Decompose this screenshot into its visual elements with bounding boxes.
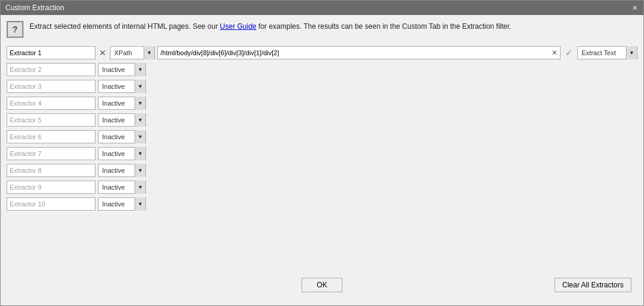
extractor-1-xpath-wrapper: ✕ — [157, 46, 560, 59]
extractor-1-extract-type-label: Extract Text — [578, 49, 626, 56]
extractor-5-name-input[interactable] — [7, 113, 96, 127]
extractor-8-status-label: Inactive — [99, 167, 135, 174]
extractor-4-status-label: Inactive — [99, 100, 135, 107]
extractor-row-9: Inactive ▼ — [7, 179, 637, 195]
ok-button[interactable]: OK — [302, 278, 342, 292]
close-button[interactable]: × — [631, 4, 639, 12]
extractor-1-check-icon: ✓ — [563, 48, 575, 58]
extractor-9-status-dropdown-button[interactable]: ▼ — [135, 181, 145, 194]
extractor-2-status-label: Inactive — [99, 66, 135, 73]
extractor-7-status-label: Inactive — [99, 150, 135, 157]
extractor-6-name-input[interactable] — [7, 130, 96, 143]
help-icon: ? — [7, 21, 23, 38]
extractor-1-type-select: XPath ▼ — [110, 46, 155, 59]
extractors-area: ✕ XPath ▼ ✕ ✓ Extract Text ▼ — [7, 45, 637, 271]
extractor-2-name-input[interactable] — [7, 63, 96, 76]
info-text-before-link: Extract selected elements of internal HT… — [29, 22, 220, 31]
user-guide-link[interactable]: User Guide — [220, 22, 257, 31]
extractor-5-status-label: Inactive — [99, 116, 135, 124]
extractor-8-status-dropdown-button[interactable]: ▼ — [135, 164, 145, 177]
extractor-row-8: Inactive ▼ — [7, 163, 637, 178]
dialog-title: Custom Extraction — [5, 4, 64, 12]
extractor-4-name-input[interactable] — [7, 97, 96, 110]
extractor-5-status: Inactive ▼ — [98, 113, 146, 127]
extractor-1-clear-button[interactable]: ✕ — [98, 49, 108, 57]
extractor-1-xpath-input[interactable] — [158, 49, 549, 56]
footer: OK Clear All Extractors — [7, 271, 637, 299]
extractor-row-10: Inactive ▼ — [7, 196, 637, 212]
title-bar: Custom Extraction × — [1, 1, 643, 15]
extractor-8-name-input[interactable] — [7, 164, 96, 177]
custom-extraction-dialog: Custom Extraction × ? Extract selected e… — [0, 0, 644, 306]
info-bar: ? Extract selected elements of internal … — [7, 21, 637, 38]
extractor-3-status-label: Inactive — [99, 83, 135, 90]
extractor-6-status-label: Inactive — [99, 133, 135, 140]
extractor-row-1: ✕ XPath ▼ ✕ ✓ Extract Text ▼ — [7, 45, 637, 61]
extractor-2-status: Inactive ▼ — [98, 63, 146, 76]
info-text-after-link: for examples. The results can be seen in… — [257, 22, 511, 31]
extractor-1-extract-type-dropdown-button[interactable]: ▼ — [626, 46, 637, 59]
extractor-row-7: Inactive ▼ — [7, 146, 637, 161]
extractor-10-status-label: Inactive — [99, 200, 135, 208]
extractor-1-type-label: XPath — [111, 49, 144, 56]
extractor-7-status: Inactive ▼ — [98, 147, 146, 160]
extractor-10-name-input[interactable] — [7, 197, 96, 211]
extractor-1-type-dropdown-button[interactable]: ▼ — [144, 46, 154, 59]
extractor-1-name-input[interactable] — [7, 46, 96, 59]
extractor-4-status-dropdown-button[interactable]: ▼ — [135, 97, 145, 110]
extractor-row-6: Inactive ▼ — [7, 129, 637, 145]
clear-all-button[interactable]: Clear All Extractors — [554, 278, 631, 292]
extractor-6-status-dropdown-button[interactable]: ▼ — [135, 130, 145, 143]
extractor-row-3: Inactive ▼ — [7, 79, 637, 94]
extractor-3-status: Inactive ▼ — [98, 80, 146, 93]
extractor-1-xpath-clear-button[interactable]: ✕ — [549, 49, 560, 57]
extractor-2-status-dropdown-button[interactable]: ▼ — [135, 63, 145, 76]
extractor-7-status-dropdown-button[interactable]: ▼ — [135, 147, 145, 160]
info-text: Extract selected elements of internal HT… — [29, 21, 511, 32]
dialog-body: ? Extract selected elements of internal … — [1, 15, 643, 305]
extractor-row-4: Inactive ▼ — [7, 95, 637, 111]
extractor-9-status: Inactive ▼ — [98, 181, 146, 194]
extractor-4-status: Inactive ▼ — [98, 97, 146, 110]
extractor-9-name-input[interactable] — [7, 181, 96, 194]
extractor-7-name-input[interactable] — [7, 147, 96, 160]
extractor-3-status-dropdown-button[interactable]: ▼ — [135, 80, 145, 93]
extractor-6-status: Inactive ▼ — [98, 130, 146, 143]
extractor-row-2: Inactive ▼ — [7, 62, 637, 77]
extractor-1-extract-type: Extract Text ▼ — [577, 46, 637, 59]
extractor-10-status-dropdown-button[interactable]: ▼ — [135, 197, 145, 211]
extractor-9-status-label: Inactive — [99, 184, 135, 191]
extractor-5-status-dropdown-button[interactable]: ▼ — [135, 113, 145, 127]
extractor-3-name-input[interactable] — [7, 80, 96, 93]
extractor-10-status: Inactive ▼ — [98, 197, 146, 211]
extractor-8-status: Inactive ▼ — [98, 164, 146, 177]
extractor-row-5: Inactive ▼ — [7, 112, 637, 128]
